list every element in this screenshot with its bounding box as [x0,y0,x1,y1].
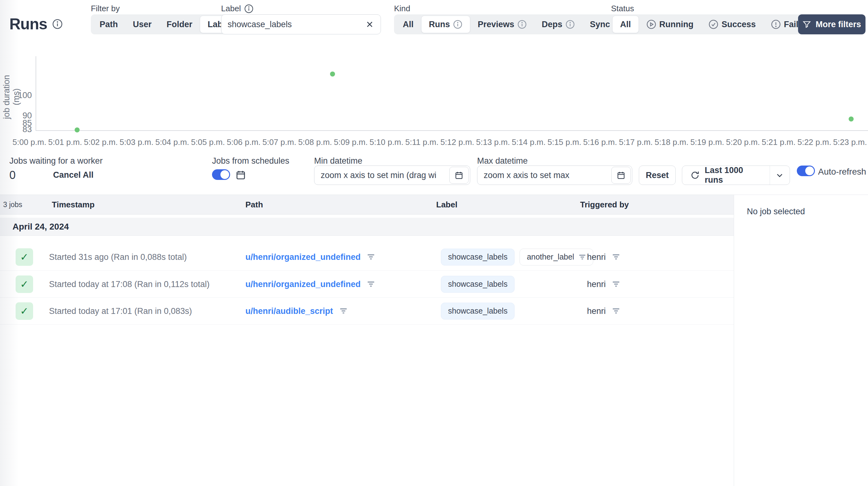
filter-lines-icon[interactable] [339,308,347,314]
clear-icon[interactable] [365,20,374,29]
filter-by-label: Filter by [91,4,120,13]
cancel-all-button[interactable]: Cancel All [53,170,94,180]
jobs-from-schedules-toggle[interactable] [212,169,230,180]
jobs-count-label: 3 jobs [3,195,22,215]
info-icon[interactable] [244,4,253,13]
run-path-link[interactable]: u/henri/organized_undefined [245,279,361,289]
kind-label: Kind [394,4,410,13]
run-path-link[interactable]: u/henri/organized_undefined [245,252,361,262]
x-tick: 5:05 p.m. [191,138,225,147]
x-tick: 5:02 p.m. [84,138,118,147]
label-filter-label: Label [221,4,253,13]
kind-deps-text: Deps [542,20,562,29]
chevron-down-icon [775,171,784,180]
scatter-point[interactable] [849,117,854,121]
x-tick: 5:10 p.m. [370,138,403,147]
calendar-button[interactable] [449,167,469,184]
status-success[interactable]: Success [701,16,764,33]
label-chip[interactable]: showcase_labels [441,276,515,293]
x-tick: 5:11 p.m. [405,138,438,147]
filter-lines-icon[interactable] [367,281,375,288]
kind-previews-text: Previews [478,20,514,29]
info-icon[interactable] [453,20,462,29]
x-tick: 5:00 p.m. [12,138,46,147]
kind-runs[interactable]: Runs [421,16,470,33]
last-runs-main-button[interactable]: Last 1000 runs [682,166,770,185]
chart-x-axis-line [36,130,868,131]
auto-refresh-toggle[interactable] [797,165,815,176]
page-title: Runs [9,15,63,33]
alert-circle-icon [771,19,781,29]
info-icon[interactable] [565,20,575,29]
x-tick: 5:23 p.m. [833,138,867,147]
filter-lines-icon[interactable] [579,254,586,260]
label-filter-value: showcase_labels [228,20,365,29]
x-tick: 5:07 p.m. [262,138,296,147]
label-chip-text: showcase_labels [448,279,507,288]
label-chip[interactable]: another_label [520,249,593,266]
kind-deps[interactable]: Deps [534,16,582,33]
last-runs-button: Last 1000 runs [682,165,790,185]
page-title-text: Runs [9,15,47,33]
scatter-point[interactable] [74,127,80,132]
x-tick: 5:06 p.m. [227,138,260,147]
status-label: Status [611,4,634,13]
min-datetime-input[interactable]: zoom x axis to set min (drag wi [314,165,470,185]
filter-lines-icon[interactable] [367,254,375,261]
x-tick: 5:15 p.m. [547,138,581,147]
info-icon[interactable] [517,20,527,29]
column-header-path: Path [245,195,263,215]
play-circle-icon [646,19,656,29]
triggered-by-text: henri [587,306,606,316]
kind-all[interactable]: All [395,16,421,33]
run-timestamp: Started today at 17:01 (Ran in 0,083s) [49,306,192,316]
x-tick: 5:22 p.m. [798,138,831,147]
kind-previews[interactable]: Previews [470,16,534,33]
kind-runs-text: Runs [429,20,450,29]
table-row[interactable]: ✓ Started today at 17:08 (Ran in 0,112s … [0,271,734,298]
filter-lines-icon[interactable] [612,281,620,288]
last-runs-dropdown-button[interactable] [770,166,789,185]
x-tick: 5:03 p.m. [120,138,153,147]
label-filter-input[interactable]: showcase_labels [221,14,381,34]
label-chip[interactable]: showcase_labels [441,249,515,266]
label-chip[interactable]: showcase_labels [441,303,515,320]
refresh-icon [690,171,700,180]
chart-y-axis-line [36,56,36,131]
label-chip-text: showcase_labels [448,306,507,315]
jobs-waiting-label: Jobs waiting for a worker [9,156,103,166]
filter-lines-icon[interactable] [612,308,620,314]
x-tick: 5:18 p.m. [655,138,688,147]
status-all[interactable]: All [612,16,639,33]
label-chip-text: showcase_labels [448,252,507,262]
calendar-button[interactable] [611,167,631,184]
no-job-selected-text: No job selected [747,207,805,216]
date-group-header: April 24, 2024 [0,218,734,236]
scatter-point[interactable] [330,71,335,77]
info-icon[interactable] [52,19,63,29]
max-datetime-input[interactable]: zoom x axis to set max [477,165,632,185]
table-row[interactable]: ✓ Started 31s ago (Ran in 0,088s total) … [0,236,734,271]
max-datetime-label: Max datetime [477,156,528,166]
status-running[interactable]: Running [639,16,701,33]
filter-by-user[interactable]: User [126,16,159,33]
x-tick: 5:19 p.m. [690,138,724,147]
table-row[interactable]: ✓ Started today at 17:01 (Ran in 0,083s)… [0,298,734,325]
reset-button[interactable]: Reset [639,165,676,185]
label-chip-text: another_label [527,252,574,262]
run-path-link[interactable]: u/henri/audible_script [245,306,333,316]
column-header-triggered-by: Triggered by [580,195,629,215]
x-tick: 5:21 p.m. [762,138,796,147]
filter-by-path[interactable]: Path [92,16,126,33]
min-datetime-label: Min datetime [314,156,363,166]
calendar-icon[interactable] [235,169,246,181]
status-running-text: Running [659,20,693,29]
filter-by-folder[interactable]: Folder [159,16,200,33]
x-tick: 5:09 p.m. [334,138,368,147]
run-timestamp: Started 31s ago (Ran in 0,088s total) [49,252,187,262]
triggered-by-text: henri [587,252,606,262]
last-runs-text: Last 1000 runs [705,165,762,185]
x-tick: 5:04 p.m. [155,138,189,147]
more-filters-button[interactable]: More filters [798,14,866,34]
filter-lines-icon[interactable] [612,254,620,261]
